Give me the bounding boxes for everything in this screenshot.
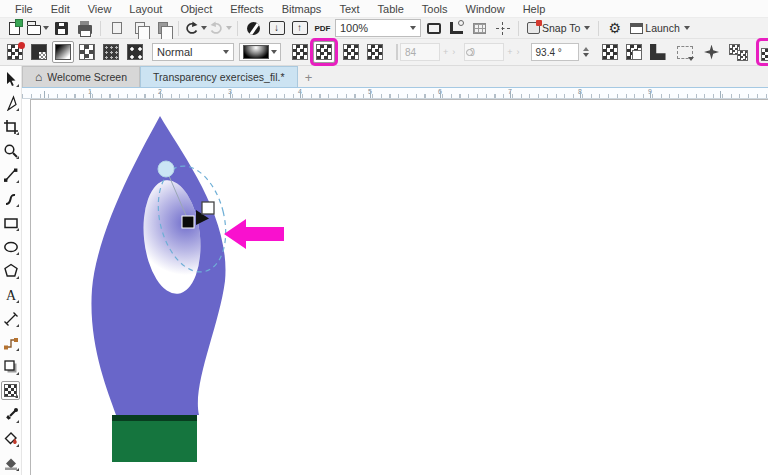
launch-button[interactable]: Launch bbox=[627, 19, 692, 38]
smart-fill-tool[interactable] bbox=[1, 453, 20, 472]
publish-pdf-button[interactable]: PDF bbox=[312, 19, 333, 38]
menu-object[interactable]: Object bbox=[171, 1, 221, 17]
spinner-increment-icon: + bbox=[507, 48, 512, 57]
coreldraw-window: { "menubar": { "items": ["File","Edit","… bbox=[0, 0, 768, 475]
import-button[interactable]: ↓ bbox=[266, 19, 287, 38]
search-content-button[interactable] bbox=[243, 19, 264, 38]
menu-table[interactable]: Table bbox=[369, 1, 413, 17]
print-button[interactable] bbox=[74, 19, 95, 38]
copy-button[interactable] bbox=[129, 19, 150, 38]
show-rulers-button[interactable] bbox=[446, 19, 467, 38]
divider bbox=[598, 21, 599, 36]
undo-button[interactable] bbox=[184, 19, 207, 38]
ruler-number: 1 bbox=[88, 88, 92, 95]
start-node-square-handle[interactable] bbox=[182, 216, 194, 228]
parallel-dimension-tool[interactable] bbox=[1, 309, 20, 328]
show-guidelines-button[interactable] bbox=[492, 19, 513, 38]
snap-to-button[interactable]: Snap To bbox=[524, 19, 593, 38]
edit-anchor-button[interactable] bbox=[674, 41, 696, 63]
tab-welcome-screen[interactable]: ⌂ Welcome Screen bbox=[22, 66, 140, 87]
two-color-pattern-transparency-button[interactable] bbox=[124, 41, 146, 63]
magenta-annotation-arrow bbox=[224, 219, 284, 249]
zoom-level-combobox[interactable]: 100% bbox=[335, 19, 421, 37]
rectangular-fountain-button[interactable] bbox=[364, 41, 386, 63]
save-button[interactable] bbox=[51, 19, 72, 38]
transparency-tool[interactable] bbox=[1, 381, 20, 400]
transparency-target-fill-button[interactable] bbox=[623, 41, 645, 63]
conical-fountain-button[interactable] bbox=[340, 41, 362, 63]
divider bbox=[178, 21, 179, 36]
elliptical-fountain-button[interactable] bbox=[313, 41, 335, 63]
freehand-tool[interactable] bbox=[1, 165, 20, 184]
new-document-tab-button[interactable]: + bbox=[298, 67, 320, 87]
merge-mode-combobox[interactable]: Normal bbox=[152, 43, 234, 61]
ellipse-tool[interactable] bbox=[1, 237, 20, 256]
options-button[interactable]: ⚙ bbox=[604, 19, 625, 38]
shape-tool[interactable] bbox=[1, 93, 20, 112]
zoom-tool[interactable] bbox=[1, 141, 20, 160]
edge-pad-square-handle[interactable] bbox=[202, 202, 214, 214]
menu-help[interactable]: Help bbox=[514, 1, 555, 17]
transparency-picker-combobox[interactable] bbox=[239, 43, 281, 61]
rectangle-tool[interactable] bbox=[1, 213, 20, 232]
menu-text[interactable]: Text bbox=[330, 1, 368, 17]
export-button[interactable]: ↑ bbox=[289, 19, 310, 38]
horizontal-ruler[interactable]: 1 2 3 4 5 6 7 8 9 bbox=[22, 88, 768, 99]
menu-tools[interactable]: Tools bbox=[413, 1, 457, 17]
color-eyedropper-tool[interactable] bbox=[1, 405, 20, 424]
bitmap-pattern-transparency-button[interactable] bbox=[100, 41, 122, 63]
cut-button[interactable] bbox=[106, 19, 127, 38]
divider bbox=[518, 21, 519, 36]
chevron-down-icon bbox=[684, 26, 690, 30]
linear-fountain-button[interactable] bbox=[289, 41, 311, 63]
drawing-canvas[interactable] bbox=[22, 99, 768, 475]
no-transparency-button[interactable] bbox=[4, 41, 26, 63]
copy-transparency-icon bbox=[729, 44, 748, 61]
menu-view[interactable]: View bbox=[79, 1, 121, 17]
transparency-amount-field[interactable]: 84 bbox=[400, 43, 440, 61]
eyedropper-icon bbox=[3, 407, 19, 423]
ruler-number: 7 bbox=[508, 88, 512, 95]
open-button[interactable] bbox=[27, 19, 49, 38]
smart-fill-icon bbox=[3, 455, 19, 471]
pick-tool[interactable] bbox=[1, 69, 20, 88]
menu-window[interactable]: Window bbox=[457, 1, 514, 17]
text-tool[interactable]: A bbox=[1, 285, 20, 304]
undo-icon bbox=[184, 21, 199, 36]
linear-fountain-icon bbox=[292, 44, 308, 60]
chevron-down-icon bbox=[583, 53, 589, 57]
gradient-preview-swatch bbox=[243, 45, 269, 59]
polygon-tool[interactable] bbox=[1, 261, 20, 280]
shape-arrow-icon bbox=[3, 95, 19, 111]
transparency-target-all-button[interactable] bbox=[599, 41, 621, 63]
full-screen-preview-button[interactable] bbox=[423, 19, 444, 38]
end-node-circle-handle[interactable] bbox=[158, 161, 174, 177]
ellipse-icon bbox=[3, 239, 19, 255]
rotation-angle-field[interactable]: 93.4 ° bbox=[531, 43, 579, 61]
new-button[interactable] bbox=[4, 19, 25, 38]
menu-edit[interactable]: Edit bbox=[42, 1, 79, 17]
vector-pattern-transparency-button[interactable] bbox=[76, 41, 98, 63]
uniform-transparency-button[interactable] bbox=[28, 41, 50, 63]
rotation-spinner[interactable] bbox=[583, 47, 589, 57]
show-grid-button[interactable] bbox=[469, 19, 490, 38]
green-base-rectangle[interactable] bbox=[112, 415, 197, 462]
menu-layout[interactable]: Layout bbox=[120, 1, 171, 17]
connector-tool[interactable] bbox=[1, 333, 20, 352]
menu-file[interactable]: File bbox=[6, 1, 42, 17]
tab-transparency-exercises[interactable]: Transparency exercises_fil.* bbox=[140, 66, 298, 87]
menu-effects[interactable]: Effects bbox=[221, 1, 272, 17]
transparency-target-outline-button[interactable] bbox=[647, 41, 669, 63]
crop-tool[interactable] bbox=[1, 117, 20, 136]
ruler-number: 6 bbox=[438, 88, 442, 95]
copy-transparency-button[interactable] bbox=[728, 41, 750, 63]
artistic-media-tool[interactable] bbox=[1, 189, 20, 208]
menu-bitmaps[interactable]: Bitmaps bbox=[273, 1, 331, 17]
interactive-fill-tool[interactable] bbox=[1, 429, 20, 448]
redo-button[interactable] bbox=[209, 19, 232, 38]
paste-button[interactable] bbox=[152, 19, 173, 38]
drop-shadow-tool[interactable] bbox=[1, 357, 20, 376]
freeze-transparency-button[interactable] bbox=[701, 41, 723, 63]
fountain-transparency-button[interactable] bbox=[52, 41, 74, 63]
edit-transparency-button[interactable] bbox=[759, 41, 768, 63]
